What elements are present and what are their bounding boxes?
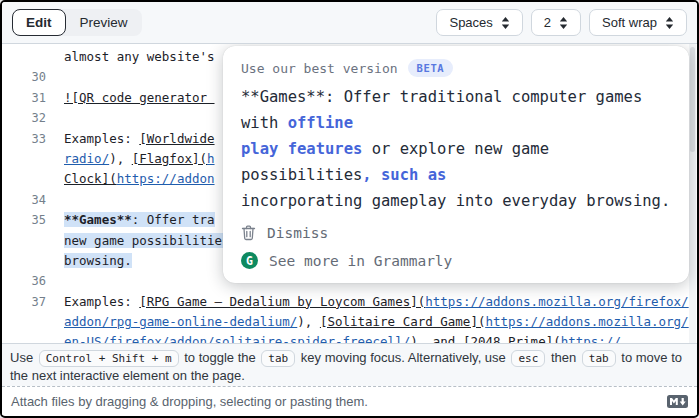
code-segment: almost any website's — [64, 49, 215, 64]
suggested-change-text: , such as — [362, 166, 446, 184]
line-text: almost any website's — [64, 47, 215, 67]
popup-header: Use our best version BETA — [241, 59, 671, 77]
see-more-label: See more in Grammarly — [269, 253, 452, 269]
markdown-supported-icon — [667, 395, 688, 408]
attach-files-label: Attach files by dragging & dropping, sel… — [11, 394, 368, 409]
code-segment: Examples: — [64, 131, 139, 146]
beta-badge: BETA — [408, 59, 454, 77]
editor-toolbar: EditPreview Spaces2Soft wrap — [2, 2, 697, 44]
code-segment: [RPG Game — Dedalium by Loycom Games]( — [139, 294, 425, 309]
code-segment: [Solitaire Card Game]( — [320, 314, 486, 329]
line-number: 30 — [2, 67, 46, 87]
editor-line[interactable]: 37Examples: [RPG Game — Dedalium by Loyc… — [2, 292, 697, 312]
code-segment: ![QR code generator — [64, 90, 215, 105]
line-number: 37 — [2, 292, 46, 312]
suggested-change-text: play features — [241, 140, 362, 158]
line-number — [2, 149, 46, 169]
kbd-chip: tab — [582, 350, 616, 367]
line-number — [2, 332, 46, 343]
line-number: 35 — [2, 210, 46, 230]
help-text: Use — [10, 350, 37, 365]
code-segment: addon/rpg-game-online-dedalium/ — [64, 314, 297, 329]
line-number: 34 — [2, 190, 46, 210]
code-segment: Examples: — [64, 294, 139, 309]
keyboard-help-bar: Use Control + Shift + m to toggle the ta… — [2, 343, 697, 386]
line-number: 32 — [2, 108, 46, 128]
help-text: key moving focus. Alternatively, use — [297, 350, 509, 365]
tab-edit[interactable]: Edit — [12, 9, 66, 36]
help-text: then — [547, 350, 580, 365]
line-number — [2, 231, 46, 251]
suggestion-text-line: play features or explore new game possib… — [241, 136, 671, 188]
code-segment: : Offer tra — [132, 212, 215, 227]
line-number — [2, 169, 46, 189]
grammarly-suggestion-popup: Use our best version BETA **Games**: Off… — [223, 46, 689, 283]
code-segment: https://addons.mozilla.org/ — [485, 314, 688, 329]
scrollbar-thumb[interactable] — [690, 47, 695, 152]
code-segment: h — [207, 151, 215, 166]
line-number — [2, 47, 46, 67]
help-text: to toggle the — [181, 350, 260, 365]
code-segment: Clock]( — [64, 171, 117, 186]
trash-icon — [241, 225, 256, 241]
code-segment: ), and — [410, 334, 463, 343]
wrap-mode-select-label: Soft wrap — [602, 15, 657, 30]
line-text: en-US/firefox/addon/solitaire-spider-fre… — [64, 332, 621, 343]
code-segment: browsing. — [64, 253, 132, 268]
suggestion-plain-text: incorporating gameplay into everyday bro… — [241, 192, 670, 210]
line-text: Examples: [RPG Game — Dedalium by Loycom… — [64, 292, 689, 312]
line-number: 31 — [2, 88, 46, 108]
dismiss-button[interactable]: Dismiss — [241, 225, 671, 241]
up-down-caret-icon — [501, 17, 510, 29]
markdown-source-editor[interactable]: almost any website's3031![QR code genera… — [2, 44, 697, 343]
grammarly-logo-icon: G — [241, 252, 258, 269]
editor-scrollbar[interactable] — [689, 44, 696, 343]
see-more-link[interactable]: G See more in Grammarly — [241, 252, 671, 269]
suggestion-text-line: **Games**: Offer traditional computer ga… — [241, 84, 671, 136]
indent-size-select[interactable]: 2 — [531, 9, 581, 36]
code-segment: ), — [297, 314, 320, 329]
suggestion-text[interactable]: **Games**: Offer traditional computer ga… — [241, 84, 671, 214]
line-text: radio/), [Flagfox](h — [64, 149, 215, 169]
code-segment: **Games** — [64, 212, 132, 227]
code-segment: https://addon — [117, 171, 215, 186]
indent-mode-select-label: Spaces — [449, 15, 492, 30]
kbd-chip: tab — [261, 350, 295, 367]
code-segment: en-US/firefox/addon/solitaire-spider-fre… — [64, 334, 410, 343]
line-number: 33 — [2, 129, 46, 149]
tab-preview[interactable]: Preview — [66, 9, 142, 36]
dismiss-label: Dismiss — [267, 225, 328, 241]
up-down-caret-icon — [559, 17, 568, 29]
line-number — [2, 312, 46, 332]
edit-preview-toggle: EditPreview — [12, 9, 142, 36]
attach-files-bar[interactable]: Attach files by dragging & dropping, sel… — [2, 386, 697, 415]
markdown-editor-window: EditPreview Spaces2Soft wrap almost any … — [0, 0, 699, 418]
code-segment: [Flagfox]( — [132, 151, 207, 166]
line-text: Clock](https://addon — [64, 169, 215, 189]
up-down-caret-icon — [665, 17, 674, 29]
line-number — [2, 251, 46, 271]
editor-settings-group: Spaces2Soft wrap — [436, 9, 687, 36]
editor-line[interactable]: en-US/firefox/addon/solitaire-spider-fre… — [2, 332, 697, 343]
kbd-chip: Control + Shift + m — [39, 350, 179, 367]
code-segment: [Worldwide — [139, 131, 214, 146]
suggested-change-text: offline — [288, 114, 353, 132]
code-segment: https://addons.mozilla.org/firefox/ — [425, 294, 688, 309]
line-text: ![QR code generator — [64, 88, 215, 108]
code-segment: radio/ — [64, 151, 109, 166]
code-segment: https:// — [561, 334, 621, 343]
indent-mode-select[interactable]: Spaces — [436, 9, 522, 36]
line-text: addon/rpg-game-online-dedalium/), [Solit… — [64, 312, 689, 332]
indent-size-select-label: 2 — [544, 15, 551, 30]
line-text: **Games**: Offer tra — [64, 210, 215, 230]
code-segment: new game possibilities — [64, 233, 230, 248]
suggestion-text-line: incorporating gameplay into everyday bro… — [241, 188, 671, 214]
line-text: Examples: [Worldwide — [64, 129, 215, 149]
line-number: 36 — [2, 271, 46, 291]
code-segment: [2048 Prime]( — [463, 334, 561, 343]
code-segment: ), — [109, 151, 132, 166]
kbd-chip: esc — [511, 350, 545, 367]
editor-line[interactable]: addon/rpg-game-online-dedalium/), [Solit… — [2, 312, 697, 332]
popup-header-label: Use our best version — [241, 61, 398, 76]
wrap-mode-select[interactable]: Soft wrap — [589, 9, 687, 36]
